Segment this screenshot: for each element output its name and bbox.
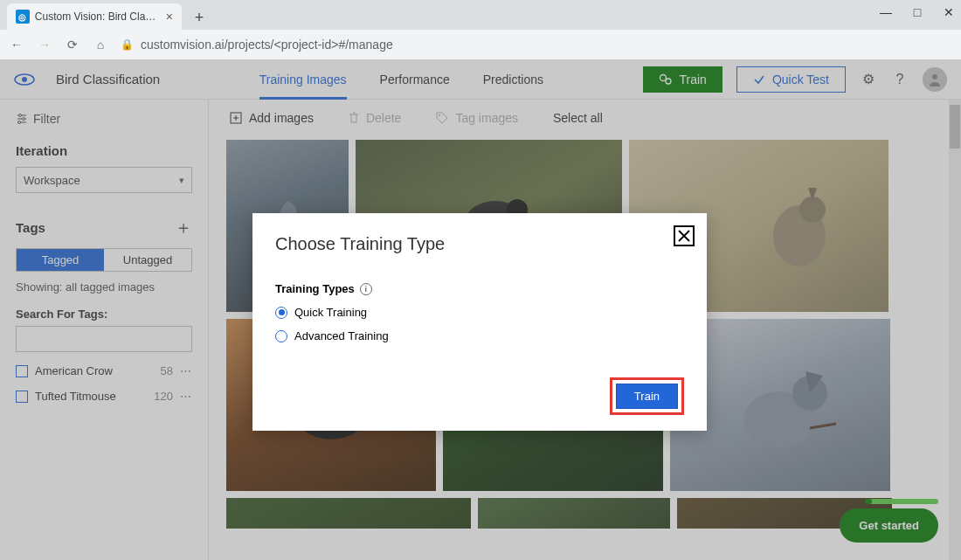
browser-chrome: ◎ Custom Vision: Bird Classification × +… [0,0,961,59]
tab-title: Custom Vision: Bird Classification [35,10,157,23]
window-close-icon[interactable]: ✕ [942,5,956,19]
modal-close-button[interactable] [674,225,695,246]
window-minimize-icon[interactable]: — [879,5,893,19]
tab-close-icon[interactable]: × [166,10,173,24]
nav-forward-icon: → [37,38,52,52]
radio-button[interactable] [275,330,287,342]
tutorial-highlight: Train [610,377,684,415]
radio-quick-training[interactable]: Quick Training [275,306,684,319]
window-maximize-icon[interactable]: □ [910,5,924,19]
browser-tab[interactable]: ◎ Custom Vision: Bird Classification × [7,3,182,30]
radio-advanced-training[interactable]: Advanced Training [275,329,684,342]
training-types-label: Training Types [275,282,355,295]
nav-back-icon[interactable]: ← [9,38,24,52]
nav-reload-icon[interactable]: ⟳ [65,38,80,52]
new-tab-button[interactable]: + [187,5,211,30]
close-icon [678,230,690,242]
radio-button[interactable] [275,307,287,319]
modal-title: Choose Training Type [275,234,684,254]
info-icon[interactable]: i [360,283,372,295]
favicon-icon: ◎ [16,10,30,24]
nav-home-icon[interactable]: ⌂ [93,38,108,52]
modal-train-button[interactable]: Train [616,384,678,409]
address-bar[interactable]: customvision.ai/projects/<project-id>#/m… [141,38,393,52]
lock-icon: 🔒 [121,38,134,51]
training-type-modal: Choose Training Type Training Types i Qu… [252,213,707,431]
